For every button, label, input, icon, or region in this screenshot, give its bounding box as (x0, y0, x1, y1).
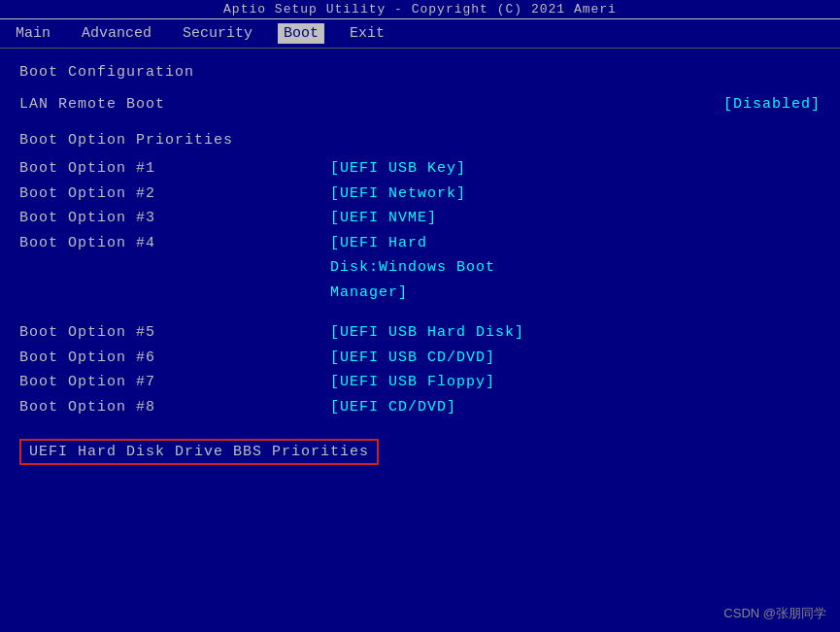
lan-remote-boot-label: LAN Remote Boot (19, 96, 272, 113)
boot-option-2-label[interactable]: Boot Option #2 (19, 182, 291, 207)
boot-option-1-label[interactable]: Boot Option #1 (19, 156, 291, 182)
boot-options-block-1: Boot Option #1 Boot Option #2 Boot Optio… (19, 156, 821, 305)
boot-options-right-col: [UEFI USB Key] [UEFI Network] [UEFI NVME… (330, 156, 495, 305)
menu-advanced[interactable]: Advanced (76, 23, 157, 44)
boot-options-left-col: Boot Option #1 Boot Option #2 Boot Optio… (19, 156, 291, 305)
main-content: Boot Configuration LAN Remote Boot [Disa… (0, 49, 840, 481)
boot-option-6-value: [UEFI USB CD/DVD] (330, 346, 524, 371)
menu-boot[interactable]: Boot (278, 23, 324, 44)
boot-option-8-label[interactable]: Boot Option #8 (19, 395, 291, 420)
spacer-2 (19, 305, 821, 320)
bios-screen: Aptio Setup Utility - Copyright (C) 2021… (0, 0, 840, 632)
boot-option-2-value: [UEFI Network] (330, 182, 495, 207)
boot-option-4-value-line3: Manager] (330, 281, 495, 306)
boot-options-block-2: Boot Option #5 Boot Option #6 Boot Optio… (19, 320, 821, 419)
watermark: CSDN @张朋同学 (723, 605, 826, 622)
boot-options-left-col-2: Boot Option #5 Boot Option #6 Boot Optio… (19, 320, 291, 419)
boot-option-1-value: [UEFI USB Key] (330, 156, 495, 182)
boot-option-4-value-line1: [UEFI Hard (330, 231, 495, 256)
lan-remote-boot-value: [Disabled] (723, 96, 821, 113)
boot-option-priorities-title: Boot Option Priorities (19, 132, 821, 149)
uefi-hdd-container[interactable]: UEFI Hard Disk Drive BBS Priorities (19, 429, 821, 465)
boot-option-7-value: [UEFI USB Floppy] (330, 370, 524, 395)
boot-option-3-label[interactable]: Boot Option #3 (19, 206, 291, 231)
menu-main[interactable]: Main (10, 23, 56, 44)
menu-exit[interactable]: Exit (344, 23, 390, 44)
boot-option-8-value: [UEFI CD/DVD] (330, 395, 524, 420)
boot-option-5-value: [UEFI USB Hard Disk] (330, 320, 524, 346)
title-text: Aptio Setup Utility - Copyright (C) 2021… (10, 2, 830, 17)
boot-option-6-label[interactable]: Boot Option #6 (19, 346, 291, 371)
boot-option-4-value-line2: Disk:Windows Boot (330, 255, 495, 281)
section-title: Boot Configuration (19, 64, 821, 81)
spacer-1 (19, 116, 821, 132)
boot-options-right-col-2: [UEFI USB Hard Disk] [UEFI USB CD/DVD] [… (330, 320, 524, 419)
menu-security[interactable]: Security (177, 23, 258, 44)
boot-option-7-label[interactable]: Boot Option #7 (19, 370, 291, 395)
uefi-hdd-bbs-priorities[interactable]: UEFI Hard Disk Drive BBS Priorities (19, 439, 379, 465)
boot-option-4-label[interactable]: Boot Option #4 (19, 231, 291, 256)
lan-remote-boot-row: LAN Remote Boot [Disabled] (19, 96, 821, 113)
menu-bar[interactable]: Main Advanced Security Boot Exit (0, 19, 840, 49)
boot-option-5-label[interactable]: Boot Option #5 (19, 320, 291, 346)
boot-option-3-value: [UEFI NVME] (330, 206, 495, 231)
title-bar: Aptio Setup Utility - Copyright (C) 2021… (0, 0, 840, 19)
